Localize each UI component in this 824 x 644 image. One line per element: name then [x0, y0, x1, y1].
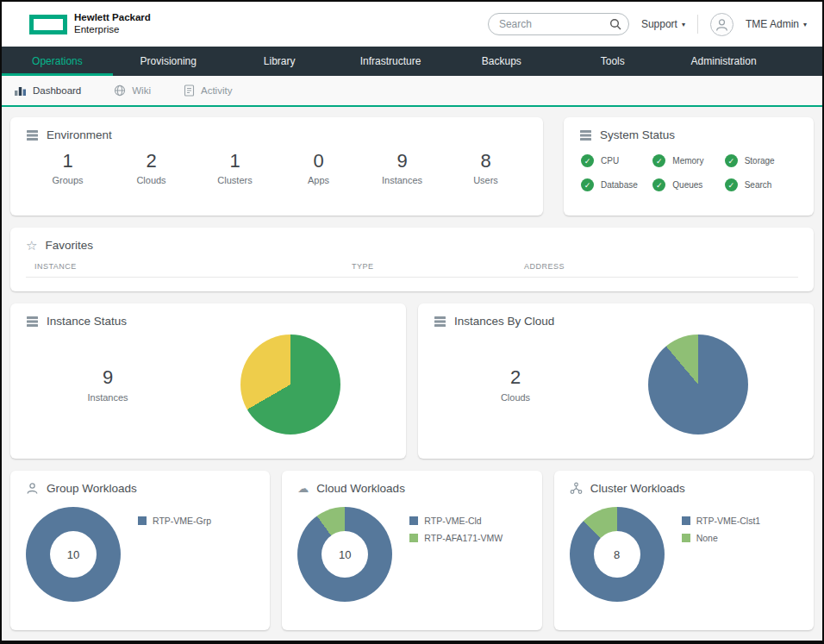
hpe-logo[interactable]: Hewlett Packard Enterprise: [29, 12, 151, 36]
instances-by-cloud-header: Instances By Cloud: [434, 315, 798, 328]
subnav-item-dashboard[interactable]: Dashboard: [14, 84, 81, 97]
status-label-search: Search: [745, 180, 772, 190]
legend-item: RTP-VME-Clst1: [682, 516, 760, 526]
search-input[interactable]: [488, 13, 629, 35]
favorites-table-header: INSTANCE TYPE ADDRESS: [26, 262, 798, 278]
system-status-title: System Status: [600, 128, 675, 141]
favorites-col-address: ADDRESS: [524, 262, 790, 271]
group-workloads-donut-chart[interactable]: 10: [26, 507, 121, 602]
nav-item-backups[interactable]: Backups: [446, 47, 557, 76]
status-item-database: ✓ Database: [581, 178, 652, 191]
stat-clusters-label: Clusters: [193, 175, 277, 185]
check-circle-icon: ✓: [652, 178, 665, 191]
favorites-title: Favorites: [45, 239, 93, 252]
cloud-workloads-card: ☁ Cloud Workloads 10 RTP-VME-Cld: [282, 471, 541, 630]
cluster-workloads-header: Cluster Workloads: [570, 482, 798, 495]
stat-instances-value: 9: [360, 150, 444, 172]
stack-icon: [434, 315, 446, 328]
chevron-down-icon: ▾: [803, 21, 807, 28]
globe-icon: [114, 84, 126, 97]
search-icon[interactable]: [609, 18, 621, 30]
legend-swatch: [682, 516, 690, 525]
favorites-card: ☆ Favorites INSTANCE TYPE ADDRESS: [10, 228, 814, 291]
person-icon: [715, 17, 729, 32]
cloud-workloads-donut-chart[interactable]: 10: [297, 507, 392, 602]
row-workloads: Group Workloads 10 RTP-VME-Grp: [10, 471, 814, 630]
nav-item-infrastructure[interactable]: Infrastructure: [335, 47, 446, 76]
stat-users[interactable]: 8 Users: [444, 150, 527, 185]
check-circle-icon: ✓: [581, 178, 594, 191]
system-status-card: System Status ✓ CPU ✓ Memory ✓ Storage: [564, 117, 814, 216]
cloud-count-value: 2: [434, 366, 597, 389]
stack-icon: [26, 128, 39, 141]
favorites-col-instance: INSTANCE: [34, 262, 352, 271]
user-name-label: TME Admin: [746, 18, 799, 30]
status-label-storage: Storage: [745, 156, 775, 166]
nav-item-administration[interactable]: Administration: [668, 47, 779, 76]
logo-line1: Hewlett Packard: [74, 12, 151, 24]
subnav-label-wiki: Wiki: [132, 85, 151, 96]
stack-icon: [579, 128, 592, 141]
stat-instances[interactable]: 9 Instances: [360, 150, 444, 185]
cluster-workloads-card: Cluster Workloads 8 RTP-VME-Clst1: [554, 471, 814, 630]
support-menu[interactable]: Support ▾: [641, 18, 685, 30]
status-label-queues: Queues: [672, 180, 702, 190]
nav-item-provisioning[interactable]: Provisioning: [113, 47, 224, 76]
cluster-workloads-body: 8 RTP-VME-Clst1 None: [570, 507, 798, 602]
dashboard-content: Environment 1 Groups 2 Clouds 1 Clusters: [2, 107, 822, 641]
hpe-logo-text: Hewlett Packard Enterprise: [74, 12, 151, 36]
environment-stats: 1 Groups 2 Clouds 1 Clusters 0 Apps: [26, 150, 527, 185]
instances-by-cloud-card: Instances By Cloud 2 Clouds: [418, 303, 814, 459]
nav-item-tools[interactable]: Tools: [557, 47, 668, 76]
cloud-count-label: Clouds: [434, 392, 597, 403]
hpe-logo-mark: [29, 15, 67, 34]
stat-clouds[interactable]: 2 Clouds: [109, 150, 193, 185]
donut-center: 8: [594, 531, 640, 578]
environment-title: Environment: [47, 128, 112, 141]
cloud-count-stat: 2 Clouds: [434, 366, 597, 403]
legend-label: RTP-VME-Grp: [153, 516, 211, 526]
favorites-col-type: TYPE: [352, 262, 524, 271]
legend-item: None: [682, 533, 760, 543]
subnav-item-activity[interactable]: Activity: [184, 84, 232, 97]
person-icon: [26, 482, 39, 495]
cluster-workloads-title: Cluster Workloads: [590, 482, 685, 495]
stat-groups[interactable]: 1 Groups: [26, 150, 109, 185]
stat-clusters-value: 1: [193, 150, 277, 172]
environment-card-header: Environment: [26, 128, 527, 141]
status-label-database: Database: [601, 180, 638, 190]
group-workloads-legend: RTP-VME-Grp: [138, 516, 211, 526]
donut-center: 10: [321, 531, 368, 578]
favorites-header: ☆ Favorites: [26, 239, 798, 252]
instance-status-body: 9 Instances: [26, 328, 390, 441]
main-nav: Operations Provisioning Library Infrastr…: [2, 47, 822, 76]
group-workloads-title: Group Workloads: [47, 482, 137, 495]
row-instance-charts: Instance Status 9 Instances Instances By…: [10, 303, 814, 459]
instances-by-cloud-title: Instances By Cloud: [454, 315, 554, 328]
stat-clusters[interactable]: 1 Clusters: [193, 150, 277, 185]
group-workloads-body: 10 RTP-VME-Grp: [26, 507, 254, 602]
user-menu[interactable]: TME Admin ▾: [746, 18, 807, 30]
hpe-dashboard-page: Hewlett Packard Enterprise Support ▾ TME…: [0, 0, 824, 644]
group-workloads-total: 10: [67, 548, 79, 561]
bar-chart-icon: [14, 84, 27, 97]
instance-status-pie-chart[interactable]: [240, 335, 340, 435]
row-environment: Environment 1 Groups 2 Clouds 1 Clusters: [10, 117, 814, 216]
donut-center: 10: [50, 531, 97, 578]
cluster-workloads-donut-chart[interactable]: 8: [570, 507, 665, 602]
nav-item-library[interactable]: Library: [224, 47, 335, 76]
sub-nav: Dashboard Wiki Activity: [2, 76, 822, 107]
stat-apps-value: 0: [277, 150, 360, 172]
nav-item-operations[interactable]: Operations: [2, 47, 113, 76]
subnav-item-wiki[interactable]: Wiki: [114, 84, 151, 97]
instances-by-cloud-pie-chart[interactable]: [648, 335, 748, 435]
cluster-workloads-legend: RTP-VME-Clst1 None: [682, 516, 760, 543]
stat-apps-label: Apps: [277, 175, 360, 185]
stat-apps[interactable]: 0 Apps: [277, 150, 360, 185]
status-item-search: ✓ Search: [725, 178, 796, 191]
row-favorites: ☆ Favorites INSTANCE TYPE ADDRESS: [10, 228, 814, 291]
legend-label: RTP-AFA171-VMW: [424, 533, 503, 543]
system-status-header: System Status: [579, 128, 798, 141]
user-avatar[interactable]: [710, 13, 733, 36]
check-circle-icon: ✓: [725, 178, 738, 191]
